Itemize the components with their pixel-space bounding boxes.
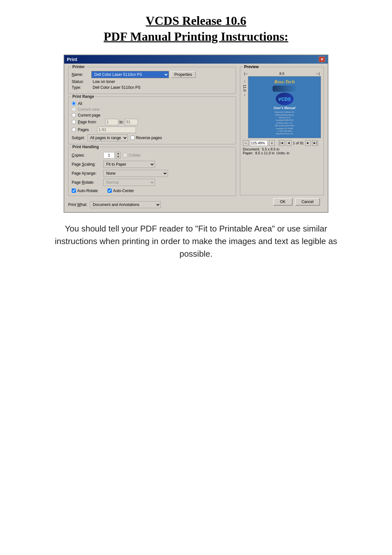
printer-status: Low on toner: [93, 79, 115, 84]
doc-label: Document:: [243, 147, 260, 151]
page-to-input[interactable]: [125, 119, 138, 125]
copies-up[interactable]: ▲: [116, 152, 120, 155]
car-image: [273, 86, 297, 92]
reverse-pages-label: Reverse pages: [136, 136, 162, 140]
printer-name-label: Name:: [72, 72, 89, 77]
page-scaling-label: Page Scaling:: [72, 162, 101, 167]
zoom-out-button[interactable]: −: [243, 140, 249, 146]
all-radio[interactable]: [72, 101, 76, 106]
next-page-button[interactable]: ►: [305, 140, 311, 146]
top-arrow-icon: ↑: [244, 79, 246, 83]
preview-paper: Ross-Tech VCDS User's Manual Diagnostic …: [248, 76, 321, 138]
pages-label: Pages: [78, 128, 89, 132]
subset-select[interactable]: All pages in range: [88, 134, 128, 141]
dialog-title: Print: [67, 57, 77, 62]
current-view-label: Current view: [78, 107, 99, 112]
pages-radio[interactable]: [72, 128, 76, 132]
units-label: Units: in: [276, 151, 289, 155]
zoom-input[interactable]: [250, 140, 268, 146]
page-from-label: Page from:: [78, 120, 97, 124]
auto-center-label: Auto-Center: [108, 189, 134, 193]
status-label: Status:: [72, 79, 89, 84]
bottom-arrow-icon: ↓: [244, 93, 246, 97]
page-scaling-select[interactable]: Fit to Paper: [103, 161, 155, 168]
dialog-titlebar: Print ✕: [64, 55, 328, 64]
page-title: VCDS Release 10.6 PDF Manual Printing In…: [38, 13, 354, 45]
copies-label: Copies:: [72, 153, 101, 158]
current-view-radio[interactable]: [72, 107, 76, 111]
printer-name-select[interactable]: Dell Color Laser 5110cn PS: [91, 71, 169, 78]
print-what-select[interactable]: Document and Annotations: [90, 201, 161, 208]
collate-checkbox[interactable]: [123, 153, 127, 157]
auto-rotate-checkbox[interactable]: [72, 189, 76, 193]
pages-input[interactable]: [97, 127, 136, 133]
printer-section: Printer Name: Dell Color Laser 5110cn PS…: [68, 67, 236, 94]
dialog-footer: OK Cancel: [240, 195, 324, 208]
print-handling-section: Print Handling Copies: ▲ ▼: [68, 147, 236, 196]
current-page-label: Current page: [78, 113, 100, 118]
reverse-pages-checkbox[interactable]: [130, 136, 135, 140]
height-measure: 11.0: [243, 85, 247, 91]
page-arrange-label: Page Arrange:: [72, 171, 101, 176]
user-manual-label: User's Manual: [273, 106, 295, 110]
manual-details: Diagnostic Software forVW/Audi/SEAT/Skod…: [274, 111, 294, 135]
cancel-button[interactable]: Cancel: [295, 198, 320, 206]
printer-type: Dell Color Laser 5110cn PS: [93, 85, 140, 90]
doc-value: 5.5 x 8.5 in: [262, 147, 279, 151]
print-range-section: Print Range All Current view Current: [68, 97, 236, 144]
print-what-row: Print What: Document and Annotations: [68, 201, 236, 208]
auto-center-checkbox[interactable]: [108, 189, 112, 193]
vcds-circle: VCDS: [276, 93, 294, 105]
right-arrow-icon: →|: [315, 72, 320, 76]
width-measure: 8.5: [249, 72, 315, 76]
subset-label: Subset:: [72, 136, 85, 140]
left-arrow-icon: |←: [244, 72, 249, 76]
close-button[interactable]: ✕: [319, 57, 325, 62]
page-from-radio[interactable]: [72, 120, 76, 124]
copies-down[interactable]: ▼: [116, 155, 120, 159]
footer-text: You should tell your PDF reader to "Fit …: [38, 222, 354, 260]
page-rotate-select[interactable]: Normal: [103, 179, 155, 186]
page-info: 1 of 91: [293, 141, 304, 145]
current-page-radio[interactable]: [72, 113, 76, 117]
properties-button[interactable]: Properties: [171, 71, 196, 78]
copies-spinner[interactable]: ▲ ▼: [116, 152, 120, 159]
print-handling-label: Print Handling: [71, 145, 100, 149]
copies-input[interactable]: [103, 152, 115, 159]
auto-rotate-label: Auto-Rotate: [72, 189, 98, 193]
brand-name: Ross-Tech: [274, 79, 295, 85]
last-page-button[interactable]: ►|: [312, 140, 318, 146]
page-arrange-select[interactable]: None: [103, 170, 168, 177]
zoom-in-button[interactable]: +: [269, 140, 275, 146]
page-rotate-label: Page Rotate:: [72, 180, 101, 185]
paper-label: Paper:: [243, 151, 253, 155]
print-what-label: Print What:: [68, 202, 87, 207]
print-dialog: Print ✕ Printer Name: Dell Color Laser 5…: [64, 55, 328, 213]
paper-value: 8.5 x 11.0 in: [255, 151, 274, 155]
to-label: to:: [119, 120, 124, 124]
all-label: All: [78, 101, 82, 106]
type-label: Type:: [72, 85, 89, 90]
page-from-input[interactable]: [105, 119, 118, 125]
printer-section-label: Printer: [71, 65, 86, 69]
collate-checkbox-label: Collate: [123, 153, 140, 158]
prev-page-button[interactable]: ◄: [286, 140, 292, 146]
ok-button[interactable]: OK: [273, 198, 293, 206]
preview-label: Preview: [243, 65, 260, 69]
preview-section: Preview |← 8.5 →| ↑ 11.0: [240, 67, 324, 195]
print-range-label: Print Range: [71, 94, 95, 99]
first-page-button[interactable]: |◄: [279, 140, 284, 146]
